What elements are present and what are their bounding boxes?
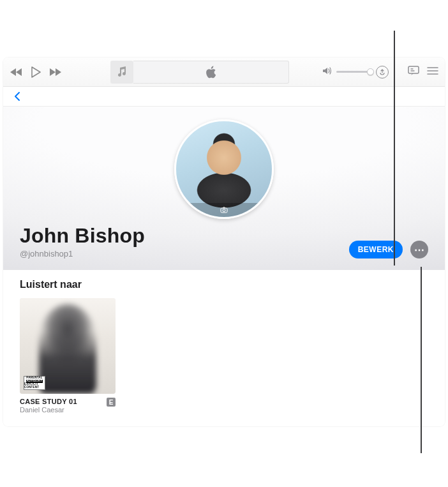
album-meta: CASE STUDY 01 Daniel Caesar E bbox=[20, 398, 116, 414]
queue-button[interactable] bbox=[427, 66, 438, 78]
volume-control bbox=[322, 66, 389, 79]
listening-section-title: Luistert naar bbox=[20, 279, 428, 290]
airplay-button[interactable] bbox=[376, 66, 389, 79]
volume-icon bbox=[322, 66, 332, 78]
annotation-line bbox=[394, 31, 395, 266]
previous-track-button[interactable] bbox=[10, 65, 24, 79]
profile-content: Luistert naar PARENTAL ADVISORY EXPLICIT… bbox=[3, 270, 445, 426]
navigation-bar bbox=[3, 87, 445, 107]
apple-logo-icon bbox=[205, 66, 217, 79]
profile-actions: BEWERK ⋯ bbox=[349, 241, 428, 258]
avatar-edit-button[interactable] bbox=[176, 203, 272, 217]
profile-display-name: John Bishop bbox=[20, 224, 145, 248]
lyrics-button[interactable] bbox=[408, 66, 419, 79]
album-title: CASE STUDY 01 bbox=[20, 398, 77, 405]
avatar-container bbox=[174, 119, 274, 219]
play-button[interactable] bbox=[29, 65, 43, 79]
listening-grid: PARENTAL ADVISORY EXPLICIT CONTENT CASE … bbox=[20, 298, 428, 414]
more-options-button[interactable]: ⋯ bbox=[410, 241, 428, 258]
player-toolbar bbox=[3, 57, 445, 87]
transport-controls bbox=[10, 65, 62, 79]
now-playing-lcd bbox=[133, 61, 289, 84]
profile-avatar[interactable] bbox=[174, 119, 274, 219]
music-app-window: John Bishop @johnbishop1 BEWERK ⋯ Luiste… bbox=[3, 57, 445, 426]
profile-handle: @johnbishop1 bbox=[20, 249, 145, 258]
parental-advisory-badge: PARENTAL ADVISORY EXPLICIT CONTENT bbox=[24, 376, 45, 390]
music-note-icon bbox=[110, 61, 133, 84]
toolbar-right bbox=[408, 66, 438, 79]
next-track-button[interactable] bbox=[48, 65, 62, 79]
svg-rect-0 bbox=[408, 66, 419, 73]
back-button[interactable] bbox=[10, 89, 25, 104]
now-playing-display bbox=[110, 61, 289, 84]
album-card[interactable]: PARENTAL ADVISORY EXPLICIT CONTENT CASE … bbox=[20, 298, 116, 414]
profile-name-block: John Bishop @johnbishop1 bbox=[20, 224, 145, 258]
explicit-badge: E bbox=[107, 398, 116, 407]
annotation-line bbox=[421, 267, 422, 453]
volume-thumb[interactable] bbox=[367, 68, 374, 75]
profile-name-row: John Bishop @johnbishop1 BEWERK ⋯ bbox=[20, 224, 428, 258]
volume-slider[interactable] bbox=[336, 71, 372, 73]
profile-header: John Bishop @johnbishop1 BEWERK ⋯ bbox=[3, 107, 445, 270]
album-artwork[interactable]: PARENTAL ADVISORY EXPLICIT CONTENT bbox=[20, 298, 116, 394]
album-artist: Daniel Caesar bbox=[20, 406, 77, 414]
